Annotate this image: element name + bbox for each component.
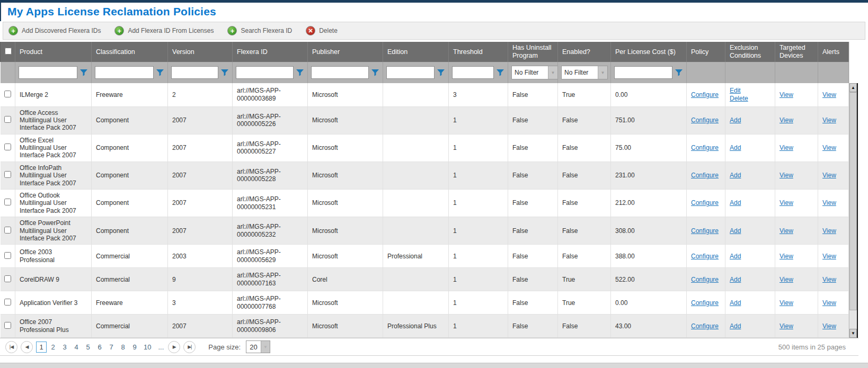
view-alerts-link[interactable]: View (822, 91, 836, 98)
filter-select-enabled[interactable]: No Filter▼ (561, 66, 608, 79)
view-alerts-link[interactable]: View (822, 116, 836, 124)
configure-link[interactable]: Configure (691, 116, 719, 124)
configure-link[interactable]: Configure (691, 144, 719, 151)
row-checkbox[interactable] (4, 171, 11, 178)
configure-link[interactable]: Configure (691, 172, 719, 179)
delete-button[interactable]: ✕ Delete (306, 26, 338, 35)
configure-link[interactable]: Configure (691, 91, 719, 98)
view-alerts-link[interactable]: View (822, 144, 836, 151)
page-number[interactable]: 7 (106, 342, 117, 352)
add-link[interactable]: Add (730, 322, 770, 330)
view-alerts-link[interactable]: View (822, 227, 836, 235)
filter-input-publisher[interactable] (311, 66, 369, 79)
filter-input-classification[interactable] (95, 66, 154, 79)
filter-funnel-icon[interactable] (437, 68, 445, 77)
column-header-classification[interactable]: Classification (92, 42, 168, 62)
view-targeted-devices-link[interactable]: View (780, 144, 793, 151)
page-number[interactable]: 8 (118, 342, 128, 352)
filter-input-version[interactable] (171, 66, 218, 79)
filter-input-edition[interactable] (386, 66, 435, 79)
filter-select-has_uninstall[interactable]: No Filter▼ (511, 66, 558, 79)
configure-link[interactable]: Configure (691, 253, 719, 260)
column-header-threshold[interactable]: Threshold (449, 42, 508, 62)
first-page-button[interactable]: |◀ (5, 341, 17, 353)
page-number[interactable]: 5 (83, 342, 93, 352)
column-header-policy[interactable]: Policy (687, 42, 725, 62)
vertical-scrollbar[interactable]: ▲ ▼ (849, 83, 858, 338)
view-alerts-link[interactable]: View (822, 276, 836, 283)
view-targeted-devices-link[interactable]: View (780, 253, 793, 260)
column-header-has-uninstall-program[interactable]: Has Uninstall Program (508, 42, 558, 62)
view-targeted-devices-link[interactable]: View (780, 322, 793, 330)
page-size-select[interactable]: 20 ▼ (246, 340, 270, 353)
column-header-product[interactable]: Product (15, 42, 92, 62)
add-link[interactable]: Add (730, 172, 770, 179)
filter-funnel-icon[interactable] (296, 68, 304, 77)
page-number[interactable]: 6 (94, 342, 105, 352)
add-flexera-id-from-licenses-button[interactable]: + Add Flexera ID From Licenses (114, 26, 214, 35)
last-page-button[interactable]: ▶| (183, 341, 196, 353)
view-alerts-link[interactable]: View (822, 299, 836, 307)
next-page-button[interactable]: ▶ (168, 341, 180, 353)
scrollbar-up-button[interactable]: ▲ (849, 83, 857, 92)
row-checkbox[interactable] (4, 275, 11, 282)
add-link[interactable]: Add (730, 299, 770, 307)
row-checkbox[interactable] (4, 227, 11, 234)
delete-link[interactable]: Delete (730, 95, 770, 102)
view-targeted-devices-link[interactable]: View (780, 172, 793, 179)
filter-funnel-icon[interactable] (675, 68, 683, 77)
view-targeted-devices-link[interactable]: View (780, 299, 793, 307)
configure-link[interactable]: Configure (691, 276, 719, 283)
column-header-edition[interactable]: Edition (383, 42, 449, 62)
add-link[interactable]: Add (730, 253, 770, 260)
column-header-enabled[interactable]: Enabled? (558, 42, 611, 62)
view-alerts-link[interactable]: View (822, 253, 836, 260)
column-header-alerts[interactable]: Alerts (818, 42, 849, 62)
add-link[interactable]: Add (730, 227, 770, 235)
view-targeted-devices-link[interactable]: View (780, 116, 793, 124)
add-discovered-flexera-ids-button[interactable]: + Add Discovered Flexera IDs (8, 26, 101, 35)
scrollbar-down-button[interactable]: ▼ (849, 329, 857, 338)
column-header-exclusion-conditions[interactable]: Exclusion Conditions (725, 42, 775, 62)
column-header-flexera-id[interactable]: Flexera ID (233, 42, 308, 62)
add-link[interactable]: Add (730, 199, 770, 207)
row-checkbox[interactable] (4, 322, 11, 329)
filter-input-cost[interactable] (614, 66, 672, 79)
view-targeted-devices-link[interactable]: View (780, 199, 793, 207)
row-checkbox[interactable] (4, 116, 11, 123)
row-checkbox[interactable] (4, 91, 11, 97)
view-alerts-link[interactable]: View (822, 199, 836, 207)
filter-input-product[interactable] (19, 66, 77, 79)
add-link[interactable]: Add (730, 144, 770, 151)
view-alerts-link[interactable]: View (822, 172, 836, 179)
edit-link[interactable]: Edit (730, 87, 770, 94)
row-checkbox[interactable] (4, 199, 11, 205)
configure-link[interactable]: Configure (691, 199, 719, 207)
filter-funnel-icon[interactable] (371, 68, 379, 77)
column-header-version[interactable]: Version (168, 42, 233, 62)
current-page-number[interactable]: 1 (36, 342, 47, 353)
filter-funnel-icon[interactable] (79, 68, 88, 77)
filter-input-threshold[interactable] (452, 66, 494, 79)
page-number[interactable]: 3 (59, 342, 70, 352)
view-targeted-devices-link[interactable]: View (780, 276, 793, 283)
row-checkbox[interactable] (4, 143, 11, 150)
column-header-publisher[interactable]: Publisher (308, 42, 383, 62)
scrollbar-track[interactable] (849, 92, 857, 329)
select-all-checkbox[interactable] (5, 48, 12, 55)
prev-page-button[interactable]: ◀ (21, 341, 33, 353)
view-targeted-devices-link[interactable]: View (780, 227, 793, 235)
row-checkbox[interactable] (4, 252, 11, 259)
configure-link[interactable]: Configure (691, 299, 719, 307)
view-alerts-link[interactable]: View (822, 322, 836, 330)
column-header-targeted-devices[interactable]: Targeted Devices (775, 42, 818, 62)
row-checkbox[interactable] (4, 299, 11, 306)
page-number[interactable]: 2 (48, 342, 58, 352)
search-flexera-id-button[interactable]: + Search Flexera ID (227, 26, 292, 35)
page-number[interactable]: 9 (129, 342, 140, 352)
configure-link[interactable]: Configure (691, 322, 719, 330)
scrollbar-thumb[interactable] (849, 92, 857, 310)
add-link[interactable]: Add (730, 276, 770, 283)
page-number[interactable]: 10 (141, 342, 154, 352)
filter-funnel-icon[interactable] (156, 68, 164, 77)
